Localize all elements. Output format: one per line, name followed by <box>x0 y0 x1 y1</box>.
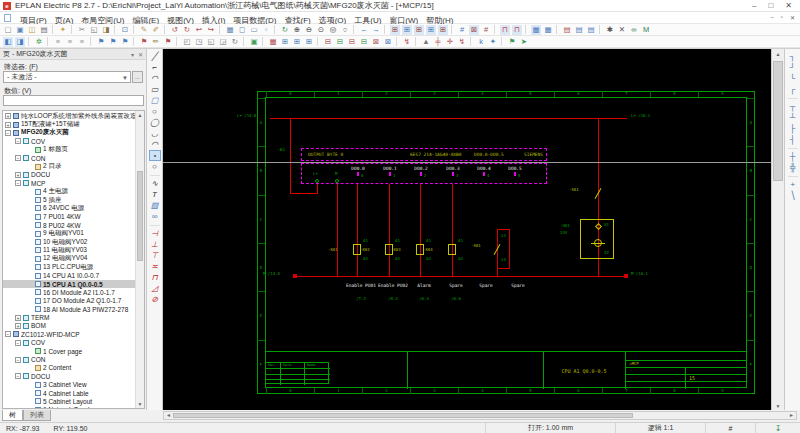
new-icon[interactable]: ▢ <box>3 25 13 35</box>
corner-dl-icon[interactable]: └ <box>787 73 799 84</box>
tree-scrollbar[interactable]: ▲ ▼ <box>135 111 144 408</box>
tree-expander[interactable]: − <box>15 357 21 363</box>
tab-list[interactable]: 列表 <box>23 410 51 421</box>
tree-item[interactable]: 16 DI Module A2 I1.0-1.7 <box>3 288 135 296</box>
tree-item[interactable]: + BOM <box>3 322 135 330</box>
t-left-icon[interactable]: ┤ <box>787 134 799 145</box>
t-up-icon[interactable]: ┴ <box>787 112 799 123</box>
list-a-icon[interactable]: ▤ <box>562 25 572 35</box>
align-left-icon[interactable]: ≡ <box>53 37 63 47</box>
junction-icon[interactable]: ╬ <box>787 162 799 173</box>
tree-expander[interactable] <box>27 214 33 220</box>
redo-icon[interactable]: ↻ <box>182 25 192 35</box>
tree-expander[interactable]: + <box>5 113 11 119</box>
maximize-button[interactable]: □ <box>768 1 773 11</box>
arc-icon[interactable]: ◠ <box>149 73 161 84</box>
device-grid3-icon[interactable]: ⊟ <box>347 37 357 47</box>
list-b-icon[interactable]: ▤ <box>574 25 584 35</box>
tree-item[interactable]: 3 Cabinet View <box>3 381 135 389</box>
line-icon[interactable]: ╱ <box>149 51 161 62</box>
rounded-rect-icon[interactable]: ▢ <box>149 95 161 106</box>
scroll-thumb[interactable] <box>173 413 633 418</box>
tree-expander[interactable] <box>27 197 33 203</box>
magnet-b-icon[interactable]: ⊓ <box>512 25 522 35</box>
page-refresh-icon[interactable]: ↻ <box>230 37 240 47</box>
copy-icon[interactable]: ◱ <box>89 25 99 35</box>
grid-3-icon[interactable]: ⊞ <box>414 25 424 35</box>
list-c-icon[interactable]: ▤ <box>586 25 596 35</box>
close-button[interactable]: ✕ <box>785 1 792 11</box>
tree-item[interactable]: − COV <box>3 339 135 347</box>
tree-item[interactable]: − MCP <box>3 179 135 187</box>
align-right-icon[interactable]: ≡ <box>77 37 87 47</box>
mdi-minimize-button[interactable]: – <box>770 14 773 21</box>
bird-icon[interactable]: ⚑ <box>507 37 517 47</box>
tree-item[interactable]: 1 标题页 <box>3 146 135 154</box>
mdi-close-button[interactable]: ✕ <box>790 14 795 21</box>
zoom-fit-icon[interactable]: ◎ <box>328 25 338 35</box>
tree-expander[interactable]: − <box>15 138 21 144</box>
tree-item[interactable]: 4 主电源 <box>3 188 135 196</box>
target-icon[interactable]: ✛ <box>445 37 455 47</box>
tree-expander[interactable] <box>27 398 33 404</box>
up-icon[interactable]: ▲ <box>421 37 431 47</box>
tree-item[interactable]: 2 目录 <box>3 162 135 170</box>
tab-tree[interactable]: 树 <box>2 410 23 421</box>
tree-expander[interactable] <box>27 348 33 354</box>
window-4-icon[interactable]: ▫ <box>261 25 271 35</box>
tree-expander[interactable] <box>27 407 33 408</box>
connection-splice-icon[interactable]: ⊣ <box>149 228 161 239</box>
mdi-restore-button[interactable]: ▫ <box>781 14 783 21</box>
tree-expander[interactable] <box>27 247 33 253</box>
forward-icon[interactable]: → <box>371 25 381 35</box>
tree-expander[interactable]: − <box>5 130 11 136</box>
grid-1-icon[interactable]: ⊞ <box>390 25 400 35</box>
spline-icon[interactable]: ∿ <box>149 178 161 189</box>
tree-expander[interactable] <box>27 281 33 287</box>
tree-item[interactable]: 17 DO Module A2 Q1.0-1.7 <box>3 297 135 305</box>
cross-icon[interactable]: ┼ <box>787 151 799 162</box>
tree-expander[interactable]: + <box>15 323 21 329</box>
tree-expander[interactable] <box>27 231 33 237</box>
pointer2-icon[interactable]: ⚑ <box>163 37 173 47</box>
ellipse-icon[interactable]: ◯ <box>149 117 161 128</box>
back-icon[interactable]: ← <box>359 25 369 35</box>
tree-expander[interactable] <box>27 365 33 371</box>
grid-5-icon[interactable]: ⊞ <box>438 25 448 35</box>
tree-expander[interactable]: − <box>15 373 21 379</box>
tree-item[interactable]: − COV <box>3 137 135 145</box>
canvas-vscrollbar[interactable]: ▲ ▼ <box>771 49 784 411</box>
tree-item[interactable]: 1 Cover page <box>3 347 135 355</box>
open-icon[interactable]: ◫ <box>27 25 37 35</box>
device-grid4-icon[interactable]: ⊟ <box>359 37 369 47</box>
zoom-in-icon[interactable]: ⊕ <box>292 25 302 35</box>
tree-expander[interactable] <box>27 239 33 245</box>
page-paste-icon[interactable]: ◲ <box>218 37 228 47</box>
text-icon[interactable]: T <box>149 189 161 200</box>
circle2-icon[interactable]: ○ <box>149 161 161 172</box>
no-connection-icon[interactable]: ⊘ <box>149 294 161 305</box>
corner-ul-icon[interactable]: ┌ <box>787 84 799 95</box>
tree-expander[interactable]: − <box>15 155 21 161</box>
tree-expander[interactable] <box>27 289 33 295</box>
filter-browse-button[interactable]: ... <box>132 71 143 83</box>
page-cut-icon[interactable]: ◱ <box>206 37 216 47</box>
panel-pin-icon[interactable]: ▾ <box>131 51 134 58</box>
graphic-icon[interactable]: ▣ <box>249 37 259 47</box>
t-node-icon[interactable]: ⊥ <box>149 239 161 250</box>
tree-item[interactable]: + DOCU <box>3 171 135 179</box>
tree-expander[interactable] <box>27 164 33 170</box>
tree-item[interactable]: 7 PU01 4KW <box>3 213 135 221</box>
refresh-icon[interactable]: ↻ <box>280 25 290 35</box>
device-grid5-icon[interactable]: ⊠ <box>371 37 381 47</box>
image-tool-icon[interactable]: ▨ <box>149 200 161 211</box>
marker2-icon[interactable]: ⚑ <box>108 37 118 47</box>
break-point-icon[interactable]: + <box>787 179 799 190</box>
format-paint-icon[interactable]: ✎ <box>139 25 149 35</box>
pin-icon[interactable]: ╪ <box>433 37 443 47</box>
device-grid2-icon[interactable]: ⊟ <box>335 37 345 47</box>
potential-icon[interactable]: ⊤ <box>149 250 161 261</box>
scroll-up-icon[interactable]: ▲ <box>136 111 144 119</box>
tree-expander[interactable] <box>27 205 33 211</box>
table-edit-icon[interactable]: ▦ <box>543 25 553 35</box>
